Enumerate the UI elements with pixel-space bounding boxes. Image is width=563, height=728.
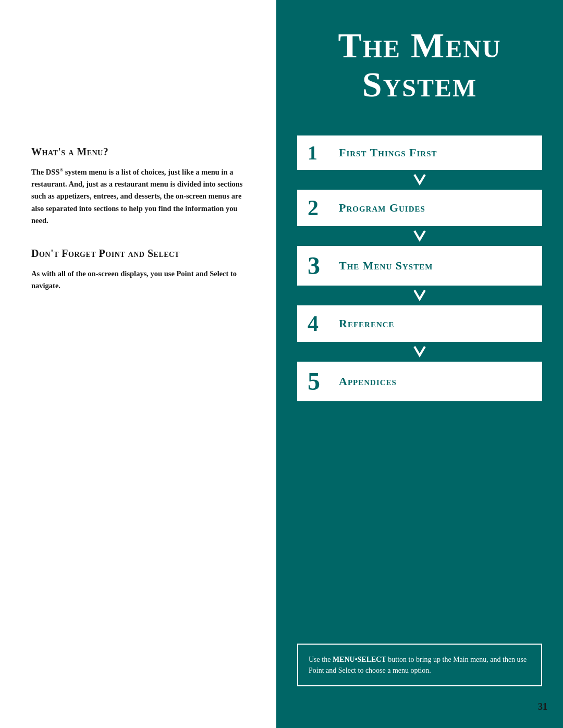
right-panel-title: The Menu System	[317, 0, 522, 125]
arrow-4	[412, 342, 427, 362]
section2: Don't Forget Point and Select As with al…	[31, 248, 250, 292]
menu-number-2: 2	[308, 197, 334, 219]
page-layout: What's a Menu? The DSS® system menu is a…	[0, 0, 563, 728]
section1-heading: What's a Menu?	[31, 146, 250, 158]
menu-label-4: Reference	[339, 317, 395, 330]
arrow-2	[412, 226, 427, 246]
menu-number-4: 4	[308, 313, 334, 335]
arrow-1	[412, 170, 427, 190]
menu-item-2[interactable]: 2 Program Guides	[297, 190, 542, 226]
page-number: 31	[538, 701, 547, 712]
section1: What's a Menu? The DSS® system menu is a…	[31, 146, 250, 227]
menu-items-container: 1 First Things First 2 Program Guides	[276, 125, 563, 401]
menu-number-5: 5	[308, 369, 334, 394]
menu-item-4[interactable]: 4 Reference	[297, 305, 542, 342]
menu-label-2: Program Guides	[339, 201, 425, 215]
menu-item-5[interactable]: 5 Appendices	[297, 362, 542, 401]
note-box: Use the MENU•SELECT button to bring up t…	[297, 644, 542, 686]
menu-item-1[interactable]: 1 First Things First	[297, 135, 542, 170]
menu-label-5: Appendices	[339, 375, 397, 388]
note-text: Use the MENU•SELECT button to bring up t…	[309, 656, 527, 674]
left-content: What's a Menu? The DSS® system menu is a…	[31, 146, 250, 313]
right-panel: The Menu System 1 First Things First 2 P…	[276, 0, 563, 728]
menu-label-1: First Things First	[339, 146, 437, 159]
note-bold: MENU•SELECT	[333, 656, 386, 663]
section1-body: The DSS® system menu is a list of choice…	[31, 166, 250, 227]
arrow-3	[412, 286, 427, 305]
menu-number-3: 3	[308, 253, 334, 278]
menu-label-3: The Menu System	[339, 259, 433, 273]
section2-body: As with all of the on-screen displays, y…	[31, 268, 250, 292]
menu-number-1: 1	[308, 143, 334, 163]
menu-item-3[interactable]: 3 The Menu System	[297, 246, 542, 286]
section2-heading: Don't Forget Point and Select	[31, 248, 250, 260]
left-panel: What's a Menu? The DSS® system menu is a…	[0, 0, 276, 728]
